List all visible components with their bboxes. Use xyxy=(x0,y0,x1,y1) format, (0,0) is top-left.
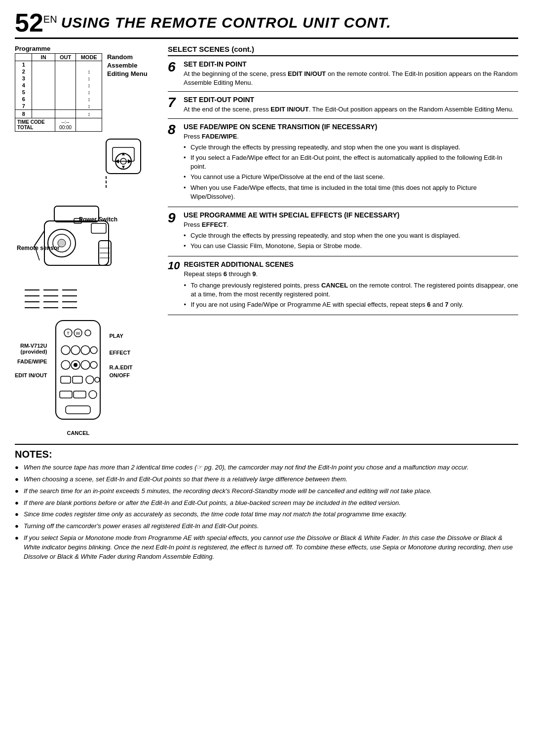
remote-right-labels: PLAY EFFECT R.A.EDIT ON/OFF xyxy=(109,333,132,378)
bullet-10-1: To change previously registered points, … xyxy=(184,281,518,299)
bullet-10-2: If you are not using Fade/Wipe or Progra… xyxy=(184,300,518,309)
svg-rect-40 xyxy=(60,391,72,398)
svg-text:W: W xyxy=(76,331,80,336)
table-row: 3 ↕ xyxy=(15,75,102,82)
svg-text:▲: ▲ xyxy=(121,151,126,156)
notes-title: NOTES: xyxy=(15,449,518,460)
svg-line-16 xyxy=(35,231,44,246)
on-off-label: ON/OFF xyxy=(109,372,132,378)
remote-left-labels: RM-V712U (provided) FADE/WIPE EDIT IN/OU… xyxy=(15,343,47,378)
svg-point-39 xyxy=(95,377,100,382)
right-column: SELECT SCENES (cont.) 6 SET EDIT-IN POIN… xyxy=(168,45,518,436)
svg-rect-37 xyxy=(73,376,82,383)
effect-label: EFFECT xyxy=(109,350,132,356)
col-header-out: OUT xyxy=(55,54,76,61)
step-10-body: Repeat steps 6 through 9. xyxy=(184,270,518,279)
remote-svg-container: T W xyxy=(51,318,105,436)
step-10-title: REGISTER ADDITIONAL SCENES xyxy=(184,260,518,268)
svg-point-35 xyxy=(74,363,77,367)
notes-section: NOTES: When the source tape has more tha… xyxy=(15,444,518,562)
step-7-num: 7 xyxy=(168,96,180,114)
table-row: 4 ↕ xyxy=(15,82,102,89)
table-row: 2 ↕ xyxy=(15,68,102,75)
power-switch-label: Power Switch xyxy=(79,216,117,223)
step-7-content: SET EDIT-OUT POINT At the end of the sce… xyxy=(184,96,518,114)
notes-item: Turning off the camcorder's power erases… xyxy=(15,522,518,531)
step-8-num: 8 xyxy=(168,123,180,203)
step-8-bullets: Cycle through the effects by pressing re… xyxy=(184,143,518,201)
step-7: 7 SET EDIT-OUT POINT At the end of the s… xyxy=(168,96,518,118)
bullet-9-1: Cycle through the effects by pressing re… xyxy=(184,231,518,240)
svg-point-28 xyxy=(71,346,80,355)
page-header: 52EN USING THE REMOTE CONTROL UNIT cont. xyxy=(15,10,518,39)
table-row: 8 ↕ xyxy=(15,110,102,118)
bullet-8-1: Cycle through the effects by pressing re… xyxy=(184,143,518,152)
step-9: 9 USE PROGRAMME AE WITH SPECIAL EFFECTS … xyxy=(168,211,518,257)
fade-wipe-label: FADE/WIPE xyxy=(15,359,47,364)
remote-dial-area: ▲ ▼ ◀ ▶ xyxy=(15,137,143,176)
svg-point-38 xyxy=(86,376,94,384)
bullet-8-2: If you select a Fade/Wipe effect for an … xyxy=(184,153,518,171)
step-6-title: SET EDIT-IN POINT xyxy=(184,60,518,68)
table-row: 5 ↕ xyxy=(15,89,102,96)
step-8-title: USE FADE/WIPE ON SCENE TRANSITION (IF NE… xyxy=(184,123,518,131)
table-row: 6 ↕ xyxy=(15,96,102,103)
notes-list: When the source tape has more than 2 ide… xyxy=(15,463,518,562)
svg-rect-41 xyxy=(74,391,86,398)
step-10: 10 REGISTER ADDITIONAL SCENES Repeat ste… xyxy=(168,260,518,315)
step-8: 8 USE FADE/WIPE ON SCENE TRANSITION (IF … xyxy=(168,123,518,207)
table-row: 7 ↕ xyxy=(15,103,102,110)
svg-text:▼: ▼ xyxy=(121,164,126,170)
step-10-bullets: To change previously registered points, … xyxy=(184,281,518,310)
svg-point-26 xyxy=(85,330,91,336)
step-9-title: USE PROGRAMME AE WITH SPECIAL EFFECTS (I… xyxy=(184,211,518,219)
step-10-num: 10 xyxy=(168,260,180,311)
svg-text:T: T xyxy=(67,331,70,336)
programme-table: IN OUT MODE 1 2 ↕3 ↕4 ↕5 ↕6 xyxy=(15,53,102,132)
svg-point-30 xyxy=(90,347,97,354)
remote-body-svg: T W xyxy=(51,318,105,427)
svg-point-33 xyxy=(81,360,90,369)
notes-item: When the source tape has more than 2 ide… xyxy=(15,463,518,472)
camera-svg xyxy=(15,191,128,290)
notes-item: If there are blank portions before or af… xyxy=(15,499,518,508)
notes-item: If you select Sepia or Monotone mode fro… xyxy=(15,534,518,562)
step-6-content: SET EDIT-IN POINT At the beginning of th… xyxy=(184,60,518,87)
programme-label: Programme xyxy=(15,45,158,52)
svg-point-27 xyxy=(61,346,70,355)
left-column: Programme IN OUT MODE 1 2 xyxy=(15,45,158,436)
edit-inout-label: EDIT IN/OUT xyxy=(15,372,47,378)
step-6-body: At the beginning of the scene, press EDI… xyxy=(184,70,518,87)
step-9-num: 9 xyxy=(168,211,180,252)
svg-text:▶: ▶ xyxy=(128,158,132,164)
step-7-body: At the end of the scene, press EDIT IN/O… xyxy=(184,105,518,114)
page-number: 52EN xyxy=(15,10,57,36)
step-7-title: SET EDIT-OUT POINT xyxy=(184,96,518,104)
step-9-content: USE PROGRAMME AE WITH SPECIAL EFFECTS (I… xyxy=(184,211,518,252)
bullet-9-2: You can use Classic Film, Monotone, Sepi… xyxy=(184,242,518,251)
camera-illustration: Power Switch Remote sensor xyxy=(15,191,158,291)
svg-rect-43 xyxy=(66,406,90,414)
step-6: 6 SET EDIT-IN POINT At the beginning of … xyxy=(168,60,518,92)
rm-model-label: RM-V712U (provided) xyxy=(15,343,47,355)
cancel-label: CANCEL xyxy=(51,430,105,436)
programme-top-row: IN OUT MODE 1 2 ↕3 ↕4 ↕5 ↕6 xyxy=(15,53,158,132)
main-content: Programme IN OUT MODE 1 2 xyxy=(15,45,518,436)
random-assemble-label: Random Assemble Editing Menu xyxy=(107,53,158,78)
notes-item: Since time codes register time only as a… xyxy=(15,510,518,519)
select-scenes-title: SELECT SCENES (cont.) xyxy=(168,45,518,56)
col-header-mode: MODE xyxy=(76,54,102,61)
table-row: 1 xyxy=(15,61,102,69)
svg-point-31 xyxy=(61,360,70,369)
notes-item: If the search time for an in-point excee… xyxy=(15,487,518,496)
step-9-bullets: Cycle through the effects by pressing re… xyxy=(184,231,518,251)
step-10-content: REGISTER ADDITIONAL SCENES Repeat steps … xyxy=(184,260,518,311)
remote-dial-svg: ▲ ▼ ◀ ▶ xyxy=(104,137,143,176)
col-header-in: IN xyxy=(32,54,55,61)
dotted-lines xyxy=(54,176,158,189)
bullet-8-3: You cannot use a Picture Wipe/Dissolve a… xyxy=(184,173,518,181)
svg-rect-36 xyxy=(61,376,71,383)
step-8-body: Press FADE/WIPE. xyxy=(184,132,518,141)
svg-point-42 xyxy=(89,391,97,398)
step-8-content: USE FADE/WIPE ON SCENE TRANSITION (IF NE… xyxy=(184,123,518,203)
